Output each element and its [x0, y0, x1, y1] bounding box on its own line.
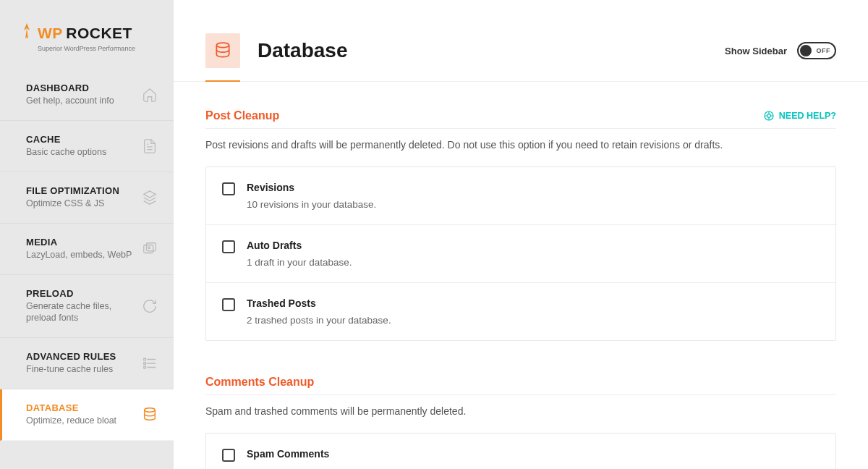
- section-title: Post Cleanup: [205, 109, 279, 122]
- show-sidebar-label: Show Sidebar: [725, 46, 787, 56]
- option-sub: 2 trashed posts in your database.: [247, 315, 391, 326]
- svg-point-7: [216, 43, 229, 47]
- doc-icon: [142, 138, 158, 154]
- layers-icon: [142, 190, 158, 206]
- option-row: Revisions10 revisions in your database.: [206, 167, 835, 225]
- section-head: Post CleanupNEED HELP?: [205, 109, 836, 129]
- nav-sub: Fine-tune cache rules: [26, 363, 142, 376]
- checkbox[interactable]: [222, 298, 235, 311]
- option-label: Trashed Posts: [247, 297, 391, 309]
- nav-sub: Optimize, reduce bloat: [26, 415, 142, 427]
- svg-rect-0: [144, 245, 153, 253]
- nav-item-dashboard[interactable]: DASHBOARDGet help, account info: [0, 69, 174, 121]
- refresh-icon: [142, 298, 158, 314]
- nav-sub: Get help, account info: [26, 95, 142, 107]
- sidebar-toggle[interactable]: OFF: [797, 42, 836, 59]
- nav-title: FILE OPTIMIZATION: [26, 185, 142, 196]
- images-icon: [142, 241, 158, 257]
- svg-point-6: [145, 408, 156, 413]
- checkbox[interactable]: [222, 182, 235, 195]
- option-row: Trashed Posts2 trashed posts in your dat…: [206, 283, 835, 340]
- svg-point-2: [148, 246, 150, 248]
- option-label: Revisions: [247, 182, 376, 193]
- option-label: Spam Comments: [247, 448, 329, 460]
- toggle-state: OFF: [817, 47, 831, 54]
- logo: WP ROCKET Superior WordPress Performance: [0, 0, 174, 69]
- list-icon: [142, 355, 158, 371]
- svg-rect-3: [144, 358, 146, 360]
- need-help-label: NEED HELP?: [779, 111, 836, 121]
- logo-rocket: ROCKET: [66, 25, 132, 41]
- options-box: Revisions10 revisions in your database.A…: [205, 166, 836, 341]
- svg-rect-5: [144, 366, 146, 368]
- option-sub: 1 draft in your database.: [247, 257, 352, 268]
- options-box: Spam Comments: [205, 433, 836, 469]
- checkbox[interactable]: [222, 240, 235, 253]
- svg-point-9: [767, 114, 770, 118]
- option-sub: 10 revisions in your database.: [247, 199, 376, 210]
- nav-sub: Optimize CSS & JS: [26, 198, 142, 210]
- section-title: Comments Cleanup: [205, 376, 314, 389]
- section-description: Spam and trashed comments will be perman…: [205, 405, 836, 417]
- page-header: Database Show Sidebar OFF: [174, 0, 868, 82]
- page-title: Database: [258, 39, 348, 62]
- nav-title: PRELOAD: [26, 288, 142, 299]
- option-row: Auto Drafts1 draft in your database.: [206, 225, 835, 283]
- logo-wp: WP: [38, 25, 63, 41]
- nav-title: DATABASE: [26, 402, 142, 413]
- svg-rect-4: [144, 363, 146, 365]
- section-head: Comments Cleanup: [205, 376, 836, 395]
- nav-title: MEDIA: [26, 237, 142, 248]
- nav-sub: Generate cache files, preload fonts: [26, 300, 142, 325]
- nav-sub: LazyLoad, embeds, WebP: [26, 249, 142, 261]
- content: Post CleanupNEED HELP?Post revisions and…: [174, 82, 868, 469]
- nav-list: DASHBOARDGet help, account infoCACHEBasi…: [0, 69, 174, 441]
- home-icon: [142, 87, 158, 103]
- rocket-icon: [20, 23, 33, 43]
- section-description: Post revisions and drafts will be perman…: [205, 139, 836, 151]
- database-icon: [142, 407, 158, 423]
- nav-sub: Basic cache options: [26, 146, 142, 159]
- need-help-link[interactable]: NEED HELP?: [763, 110, 836, 122]
- logo-tagline: Superior WordPress Performance: [38, 45, 153, 52]
- database-icon: [205, 33, 240, 68]
- checkbox[interactable]: [222, 449, 235, 462]
- sidebar: WP ROCKET Superior WordPress Performance…: [0, 0, 174, 469]
- option-label: Auto Drafts: [247, 240, 352, 251]
- nav-title: CACHE: [26, 134, 142, 145]
- nav-title: DASHBOARD: [26, 83, 142, 93]
- option-row: Spam Comments: [206, 434, 835, 469]
- nav-item-file-optimization[interactable]: FILE OPTIMIZATIONOptimize CSS & JS: [0, 172, 174, 224]
- nav-title: ADVANCED RULES: [26, 351, 142, 362]
- nav-item-cache[interactable]: CACHEBasic cache options: [0, 121, 174, 172]
- nav-item-database[interactable]: DATABASEOptimize, reduce bloat: [0, 389, 174, 441]
- nav-item-preload[interactable]: PRELOADGenerate cache files, preload fon…: [0, 275, 174, 339]
- main: Database Show Sidebar OFF Post CleanupNE…: [174, 0, 868, 469]
- nav-item-media[interactable]: MEDIALazyLoad, embeds, WebP: [0, 224, 174, 275]
- nav-item-advanced-rules[interactable]: ADVANCED RULESFine-tune cache rules: [0, 338, 174, 389]
